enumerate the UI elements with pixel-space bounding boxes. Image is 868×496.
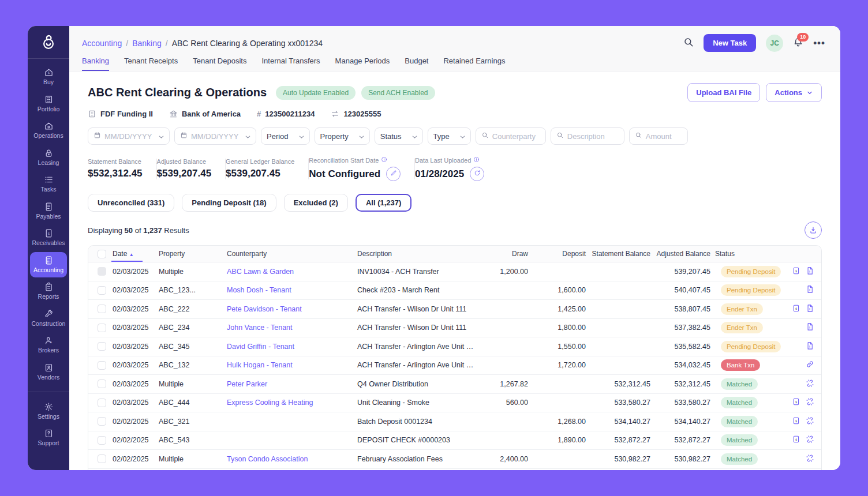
column-header-property[interactable]: Property xyxy=(156,250,225,258)
table-row[interactable]: 02/02/2025ABC_543DEPOSIT CHECK #00002031… xyxy=(88,431,821,450)
table-row[interactable]: 02/02/2025ABC_321Batch Deposit 00012341,… xyxy=(88,412,821,431)
tab-budget[interactable]: Budget xyxy=(405,57,428,71)
row-checkbox[interactable] xyxy=(98,436,106,445)
unlink-icon[interactable] xyxy=(806,454,814,464)
refresh-button[interactable] xyxy=(470,167,484,181)
sidebar-item-accounting[interactable]: Accounting xyxy=(30,252,67,278)
type-filter-dropdown[interactable]: Type xyxy=(428,127,471,145)
sidebar-item-construction[interactable]: Construction xyxy=(30,306,67,332)
unlink-icon[interactable] xyxy=(806,379,814,389)
table-row[interactable]: 02/03/2025ABC_132Hulk Hogan - TenantACH … xyxy=(88,356,821,375)
row-checkbox[interactable] xyxy=(98,417,106,426)
counterparty-link[interactable]: Express Cooling & Heating xyxy=(227,399,313,407)
counterparty-link[interactable]: ABC Lawn & Garden xyxy=(227,268,294,276)
actions-dropdown-button[interactable]: Actions xyxy=(766,83,822,102)
notifications-button[interactable]: 10 xyxy=(793,37,803,50)
sidebar-item-settings[interactable]: Settings xyxy=(30,399,67,424)
column-header-description[interactable]: Description xyxy=(355,250,477,258)
row-checkbox[interactable] xyxy=(98,399,106,407)
info-icon[interactable] xyxy=(381,156,387,164)
sidebar-item-support[interactable]: Support xyxy=(30,425,67,451)
pill-unreconciled-331[interactable]: Unreconciled (331) xyxy=(88,194,174,212)
period-filter-dropdown[interactable]: Period xyxy=(261,127,310,145)
row-checkbox[interactable] xyxy=(98,454,106,463)
invoice-icon[interactable]: $ xyxy=(792,304,800,314)
file-icon[interactable] xyxy=(806,285,814,295)
download-button[interactable] xyxy=(805,221,822,239)
row-checkbox[interactable] xyxy=(98,305,106,313)
sidebar-item-payables[interactable]: Payables xyxy=(30,198,67,224)
invoice-icon[interactable]: $ xyxy=(792,416,800,427)
table-row[interactable]: 02/02/2025MultipleTyson Condo Associatio… xyxy=(88,450,821,469)
table-row[interactable]: 02/03/2025ABC_234John Vance - TenantACH … xyxy=(88,319,821,338)
invoice-icon[interactable]: $ xyxy=(792,397,800,408)
sidebar-item-reports[interactable]: Reports xyxy=(30,279,67,305)
counterparty-search-input[interactable]: Counterparty xyxy=(476,127,546,145)
breadcrumb-item[interactable]: Accounting xyxy=(82,39,122,48)
link-icon[interactable] xyxy=(806,360,814,370)
sidebar-item-tasks[interactable]: Tasks xyxy=(30,171,67,197)
info-icon[interactable] xyxy=(473,156,480,164)
avatar[interactable]: JC xyxy=(766,35,783,52)
edit-button[interactable] xyxy=(386,167,401,181)
status-filter-dropdown[interactable]: Status xyxy=(375,127,423,145)
tab-retained-earnings[interactable]: Retained Earnings xyxy=(443,57,505,71)
file-icon[interactable] xyxy=(806,322,814,333)
counterparty-link[interactable]: Peter Parker xyxy=(227,380,267,388)
brand-logo[interactable] xyxy=(28,26,69,59)
counterparty-link[interactable]: Hulk Hogan - Tenant xyxy=(227,361,293,369)
sidebar-item-leasing[interactable]: Leasing xyxy=(30,145,67,171)
invoice-icon[interactable]: $ xyxy=(792,435,800,445)
table-row[interactable]: 02/03/2025ABC_222Pete Davidson - TenantA… xyxy=(88,300,821,319)
column-header-draw[interactable]: Draw xyxy=(477,250,530,258)
file-icon[interactable] xyxy=(806,304,814,314)
tab-manage-periods[interactable]: Manage Periods xyxy=(335,57,390,71)
counterparty-link[interactable]: Tyson Condo Association xyxy=(227,455,308,463)
counterparty-link[interactable]: John Vance - Tenant xyxy=(227,324,293,332)
column-header-deposit[interactable]: Deposit xyxy=(530,250,588,258)
search-icon[interactable] xyxy=(683,37,694,50)
column-header-statement-balance[interactable]: Statement Balance xyxy=(588,250,653,258)
new-task-button[interactable]: New Task xyxy=(704,34,756,52)
unlink-icon[interactable] xyxy=(806,435,814,445)
property-filter-dropdown[interactable]: Property xyxy=(315,127,370,145)
pill-all-1-237[interactable]: All (1,237) xyxy=(356,194,411,212)
unlink-icon[interactable] xyxy=(806,416,814,427)
description-search-input[interactable]: Description xyxy=(551,127,624,145)
file-icon[interactable] xyxy=(806,341,814,352)
column-header-date[interactable]: Date ▲ xyxy=(110,250,156,258)
table-row[interactable]: 02/03/2025ABC_444Express Cooling & Heati… xyxy=(88,394,821,413)
table-row[interactable]: 02/03/2025MultipleABC Lawn & GardenINV10… xyxy=(88,262,821,281)
sidebar-item-receivables[interactable]: $Receivables xyxy=(30,225,67,251)
row-checkbox[interactable] xyxy=(98,324,106,332)
pill-excluded-2[interactable]: Excluded (2) xyxy=(284,194,348,212)
row-checkbox[interactable] xyxy=(98,379,106,388)
start-date-input[interactable]: MM/DD/YYYY xyxy=(88,127,170,145)
sidebar-item-portfolio[interactable]: Portfolio xyxy=(30,91,67,117)
row-checkbox[interactable] xyxy=(98,342,106,351)
invoice-icon[interactable]: $ xyxy=(792,266,800,277)
tab-internal-transfers[interactable]: Internal Transfers xyxy=(261,57,320,71)
column-header-counterparty[interactable]: Counterparty xyxy=(225,250,355,258)
sidebar-item-brokers[interactable]: $Brokers xyxy=(30,332,67,358)
amount-search-input[interactable]: Amount xyxy=(629,127,688,145)
file-icon[interactable] xyxy=(806,266,814,277)
counterparty-link[interactable]: David Griffin - Tenant xyxy=(227,343,294,351)
more-menu-icon[interactable]: ••• xyxy=(813,37,825,49)
pill-pending-deposit-18[interactable]: Pending Deposit (18) xyxy=(182,194,276,212)
sidebar-item-operations[interactable]: Operations xyxy=(30,118,67,144)
sidebar-item-buy[interactable]: $Buy xyxy=(30,64,67,90)
tab-tenant-receipts[interactable]: Tenant Receipts xyxy=(124,57,178,71)
column-header-status[interactable]: Status xyxy=(713,250,785,258)
counterparty-link[interactable]: Pete Davidson - Tenant xyxy=(227,305,302,313)
row-checkbox[interactable] xyxy=(98,361,106,370)
row-checkbox[interactable] xyxy=(98,286,106,295)
sidebar-item-vendors[interactable]: Vendors xyxy=(30,359,67,385)
select-all-checkbox[interactable] xyxy=(98,250,106,258)
table-row[interactable]: 02/03/2025MultiplePeter ParkerQ4 Owner D… xyxy=(88,375,821,394)
tab-banking[interactable]: Banking xyxy=(82,57,109,71)
unlink-icon[interactable] xyxy=(806,397,814,408)
tab-tenant-deposits[interactable]: Tenant Deposits xyxy=(193,57,246,71)
end-date-input[interactable]: MM/DD/YYYY xyxy=(174,127,256,145)
column-header-adjusted-balance[interactable]: Adjusted Balance xyxy=(653,250,713,258)
